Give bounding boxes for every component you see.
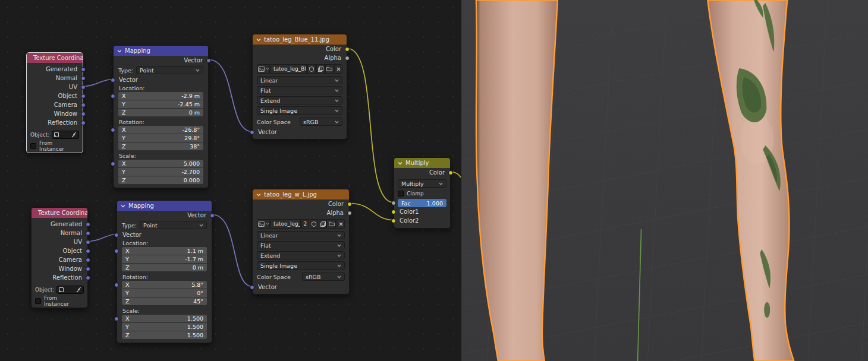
rotation-y-field[interactable]: Y0°	[122, 289, 207, 297]
object-field[interactable]	[56, 286, 84, 294]
projection-dropdown[interactable]: Flat	[257, 86, 342, 94]
location-input-socket[interactable]	[111, 94, 115, 99]
scale-input-socket[interactable]	[111, 162, 115, 166]
rotation-x-field[interactable]: X5.8°	[122, 281, 207, 289]
vector-output-socket[interactable]	[210, 213, 215, 218]
location-input-socket[interactable]	[114, 249, 119, 254]
node-header[interactable]: tatoo_leg_w_L.jpg	[253, 189, 349, 200]
collapse-chevron-icon[interactable]	[117, 49, 122, 53]
camera-output-socket[interactable]	[81, 103, 86, 107]
vector-input-socket[interactable]	[114, 233, 119, 238]
vector-input-socket[interactable]	[250, 130, 254, 135]
image-name-field[interactable]: tatoo_leg_Blue_1...	[271, 64, 307, 74]
generated-output-socket[interactable]	[81, 67, 86, 72]
location-y-field[interactable]: Y-2.45 m	[118, 100, 203, 108]
reflection-output-socket[interactable]	[86, 276, 90, 280]
alpha-output-socket[interactable]	[347, 211, 352, 216]
collapse-chevron-icon[interactable]	[121, 204, 125, 208]
mapping-type-dropdown[interactable]: Point	[140, 221, 207, 229]
node-mapping-1[interactable]: Mapping Vector Type: Point Vector Locati…	[113, 45, 209, 188]
interpolation-dropdown[interactable]: Linear	[257, 231, 345, 239]
scale-input-socket[interactable]	[114, 316, 119, 321]
node-texture-coordinate-2[interactable]: Texture Coordinate Generated Normal UV O…	[31, 207, 88, 308]
color1-input-socket[interactable]	[391, 210, 396, 214]
location-y-field[interactable]: Y-1.7 m	[122, 255, 207, 263]
color-output-socket[interactable]	[347, 202, 352, 207]
rotation-z-field[interactable]: Z38°	[118, 142, 203, 150]
node-image-texture-1[interactable]: tatoo_leg_Blue_11.jpg Color Alpha tatoo_…	[252, 34, 347, 140]
object-field[interactable]	[52, 131, 79, 139]
node-header[interactable]: Mapping	[114, 46, 208, 56]
rotation-x-field[interactable]: X-26.8°	[118, 126, 203, 134]
color2-input-socket[interactable]	[391, 218, 396, 223]
scale-y-field[interactable]: Y-2.700	[118, 168, 203, 176]
node-header[interactable]: Mapping	[117, 201, 212, 211]
location-z-field[interactable]: Z0 m	[118, 109, 203, 116]
rotation-z-field[interactable]: Z45°	[122, 297, 207, 305]
scale-x-field[interactable]: X5.000	[118, 160, 203, 167]
location-x-field[interactable]: X1.1 m	[122, 247, 207, 255]
node-texture-coordinate-1[interactable]: Texture Coordinate Generated Normal UV O…	[26, 52, 83, 153]
eyedropper-icon[interactable]	[71, 132, 77, 138]
3d-viewport[interactable]	[461, 0, 868, 361]
scale-z-field[interactable]: Z0.000	[118, 176, 203, 184]
rotation-y-field[interactable]: Y29.8°	[118, 134, 203, 142]
location-x-field[interactable]: X-2.9 m	[118, 92, 203, 100]
color-output-socket[interactable]	[345, 47, 350, 52]
scale-z-field[interactable]: Z1.500	[122, 331, 207, 339]
eyedropper-icon[interactable]	[76, 287, 81, 293]
fake-user-button[interactable]	[310, 219, 318, 229]
color-output-socket[interactable]	[448, 170, 453, 175]
object-output-socket[interactable]	[81, 94, 86, 99]
image-browse-button[interactable]	[257, 219, 270, 229]
object-output-socket[interactable]	[86, 249, 90, 254]
new-image-button[interactable]	[319, 219, 327, 229]
rotation-input-socket[interactable]	[114, 283, 119, 287]
interpolation-dropdown[interactable]: Linear	[257, 76, 342, 84]
normal-output-socket[interactable]	[81, 76, 86, 81]
open-image-button[interactable]	[328, 219, 336, 229]
node-header[interactable]: tatoo_leg_Blue_11.jpg	[253, 34, 347, 45]
extension-dropdown[interactable]: Extend	[257, 96, 342, 104]
color-space-dropdown[interactable]: sRGB	[302, 273, 345, 281]
collapse-chevron-icon[interactable]	[256, 193, 261, 197]
collapse-chevron-icon[interactable]	[398, 162, 402, 165]
alpha-output-socket[interactable]	[345, 56, 350, 61]
location-z-field[interactable]: Z0 m	[122, 264, 207, 271]
new-image-button[interactable]	[316, 64, 325, 74]
reflection-output-socket[interactable]	[81, 121, 86, 125]
node-mapping-2[interactable]: Mapping Vector Type: Point Vector Locati…	[117, 200, 212, 343]
open-image-button[interactable]	[325, 64, 334, 74]
clamp-checkbox[interactable]	[398, 191, 404, 197]
extension-dropdown[interactable]: Extend	[257, 251, 345, 259]
from-instancer-checkbox[interactable]	[35, 298, 41, 304]
node-image-texture-2[interactable]: tatoo_leg_w_L.jpg Color Alpha tatoo_leg_…	[252, 189, 350, 294]
vector-input-socket[interactable]	[111, 78, 115, 83]
shader-node-editor[interactable]: Texture Coordinate Generated Normal UV O…	[0, 0, 461, 361]
window-output-socket[interactable]	[81, 112, 86, 116]
mapping-type-dropdown[interactable]: Point	[136, 66, 203, 74]
vector-input-socket[interactable]	[250, 285, 254, 290]
users-count-button[interactable]: 2	[301, 219, 309, 229]
editor-split-divider[interactable]	[461, 0, 461, 361]
camera-output-socket[interactable]	[86, 258, 90, 262]
unlink-image-button[interactable]	[334, 64, 342, 74]
rotation-input-socket[interactable]	[111, 128, 115, 132]
uv-output-socket[interactable]	[86, 240, 90, 245]
from-instancer-checkbox[interactable]	[30, 143, 36, 149]
scale-y-field[interactable]: Y1.500	[122, 323, 207, 331]
fac-slider[interactable]: Fac 1.000	[398, 199, 446, 207]
image-name-field[interactable]: tatoo_leg_w...	[271, 219, 301, 229]
normal-output-socket[interactable]	[86, 231, 90, 236]
node-header[interactable]: Texture Coordinate	[32, 208, 87, 218]
projection-dropdown[interactable]: Flat	[257, 241, 345, 249]
node-header[interactable]: Texture Coordinate	[27, 53, 83, 63]
blend-mode-dropdown[interactable]: Multiply	[398, 179, 446, 188]
unlink-image-button[interactable]	[336, 219, 345, 229]
generated-output-socket[interactable]	[86, 222, 90, 227]
source-dropdown[interactable]: Single Image	[257, 261, 345, 270]
color-space-dropdown[interactable]: sRGB	[300, 118, 342, 126]
node-mix-multiply[interactable]: Multiply Color Multiply Clamp Fac 1.000 …	[394, 157, 451, 229]
fac-input-socket[interactable]	[391, 201, 396, 205]
collapse-chevron-icon[interactable]	[256, 38, 261, 42]
